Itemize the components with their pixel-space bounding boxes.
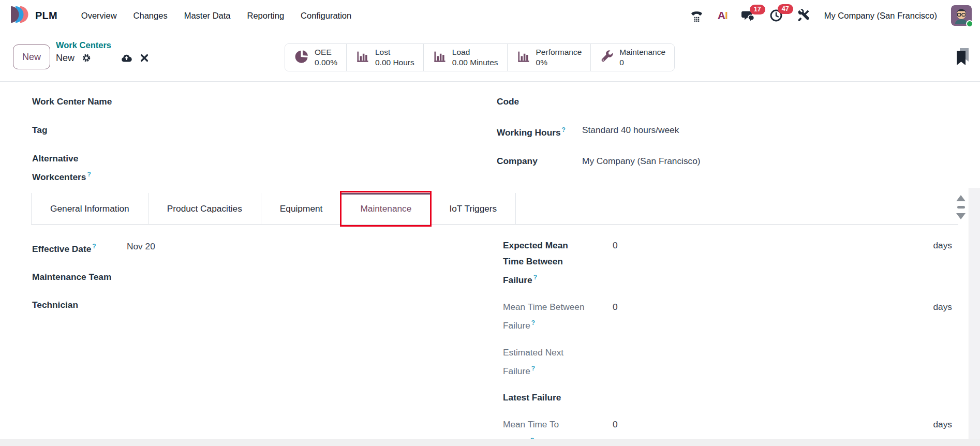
stat-value: 0.00 Hours — [375, 57, 414, 68]
field-work-center-name: Work Center Name — [32, 94, 368, 110]
nav-item-reporting[interactable]: Reporting — [247, 11, 285, 21]
stat-label: Load — [452, 47, 498, 57]
tab-equipment[interactable]: Equipment — [261, 193, 342, 224]
tab-maintenance[interactable]: Maintenance — [341, 193, 430, 224]
nav-item-master-data[interactable]: Master Data — [184, 11, 231, 21]
help-icon[interactable]: ? — [531, 365, 535, 372]
field-estimated-next-failure: Estimated Next Failure? — [503, 345, 952, 379]
field-label: Mean Time Between Failure? — [503, 299, 613, 334]
tab-product-capacities[interactable]: Product Capacities — [149, 193, 261, 224]
notebook-tabbar: General Information Product Capacities E… — [31, 193, 958, 225]
activities-clock-icon[interactable]: 47 — [769, 9, 783, 22]
maintenance-right-column: Expected Mean Time Between Failure? 0 da… — [503, 237, 952, 446]
tab-general-information[interactable]: General Information — [31, 193, 149, 224]
field-label: Technician — [32, 297, 127, 313]
voip-phone-icon[interactable] — [690, 9, 704, 22]
help-icon[interactable]: ? — [562, 126, 566, 133]
user-avatar[interactable] — [951, 5, 972, 26]
debug-tools-icon[interactable] — [797, 9, 810, 22]
save-cloud-icon[interactable] — [120, 52, 133, 64]
bar-chart-icon — [433, 49, 447, 66]
control-panel: New Work Centers New — [0, 31, 980, 82]
help-icon[interactable]: ? — [531, 319, 535, 326]
stat-value: 0.00% — [315, 57, 337, 68]
field-working-hours: Working Hours? Standard 40 hours/week — [497, 122, 952, 141]
help-icon[interactable]: ? — [87, 171, 91, 178]
mttr-value: 0 — [613, 417, 633, 433]
activities-count-badge: 47 — [778, 4, 793, 14]
unit-label: days — [933, 299, 952, 315]
wrench-icon — [600, 49, 614, 66]
stat-button-load[interactable]: Load 0.00 Minutes — [424, 44, 508, 71]
effective-date-input[interactable]: Nov 20 — [127, 239, 155, 255]
stat-button-maintenance[interactable]: Maintenance 0 — [591, 44, 674, 71]
nav-item-overview[interactable]: Overview — [81, 11, 117, 21]
field-company: Company My Company (San Francisco) — [497, 153, 952, 169]
field-label: Alternative Workcenters? — [32, 151, 121, 185]
messages-icon[interactable]: 17 — [741, 9, 755, 22]
plm-work-center-form-page: PLM Overview Changes Master Data Reporti… — [0, 0, 980, 446]
breadcrumb: Work Centers New — [56, 40, 149, 64]
field-effective-date: Effective Date? Nov 20 — [32, 239, 368, 257]
discard-x-icon[interactable] — [140, 54, 149, 62]
stat-button-group: OEE 0.00% Lost 0.00 Hours — [285, 43, 675, 71]
scroll-down-arrow-icon[interactable] — [956, 213, 966, 219]
nav-item-configuration[interactable]: Configuration — [301, 11, 351, 21]
stat-value: 0% — [536, 57, 582, 68]
help-icon[interactable]: ? — [92, 243, 96, 250]
field-latest-failure: Latest Failure — [503, 390, 952, 406]
stat-button-lost[interactable]: Lost 0.00 Hours — [347, 44, 424, 71]
unit-label: days — [933, 237, 952, 254]
field-code: Code — [497, 94, 952, 110]
online-status-dot — [966, 20, 973, 27]
help-icon[interactable]: ? — [533, 274, 537, 281]
stat-label: Lost — [375, 47, 414, 57]
scroll-up-arrow-icon[interactable] — [956, 195, 966, 201]
field-alternative-workcenters: Alternative Workcenters? — [32, 151, 368, 185]
odoo-logo-icon — [9, 5, 30, 26]
bar-chart-icon — [355, 49, 370, 66]
form-sheet: Work Center Name Tag Alternative Workcen… — [0, 82, 980, 439]
field-label: Latest Failure — [503, 390, 613, 406]
breadcrumb-current-record: New — [56, 53, 75, 64]
field-label: Estimated Next Failure? — [503, 345, 613, 379]
gear-actions-icon[interactable] — [82, 53, 91, 63]
app-menu-toggle[interactable]: PLM — [9, 5, 57, 26]
company-input[interactable]: My Company (San Francisco) — [582, 153, 701, 169]
nav-item-changes[interactable]: Changes — [133, 11, 168, 21]
field-maintenance-team: Maintenance Team — [32, 269, 368, 285]
field-tag: Tag — [32, 122, 368, 138]
field-label: Working Hours? — [497, 122, 582, 141]
maintenance-left-column: Effective Date? Nov 20 Maintenance Team … — [32, 239, 368, 325]
new-record-button[interactable]: New — [13, 44, 50, 69]
field-label: Tag — [32, 122, 121, 138]
bar-chart-icon — [516, 49, 531, 66]
form-left-column: Work Center Name Tag Alternative Workcen… — [32, 94, 368, 198]
field-label: Expected Mean Time Between Failure? — [503, 237, 613, 288]
stat-button-performance[interactable]: Performance 0% — [508, 44, 591, 71]
bookmark-favorite-icon[interactable] — [955, 48, 971, 68]
stat-label: Maintenance — [619, 47, 665, 57]
form-right-column: Code Working Hours? Standard 40 hours/we… — [497, 94, 952, 182]
field-mtbf: Mean Time Between Failure? 0 days — [503, 299, 952, 334]
field-technician: Technician — [32, 297, 368, 313]
stat-button-oee[interactable]: OEE 0.00% — [285, 44, 347, 71]
field-expected-mtbf: Expected Mean Time Between Failure? 0 da… — [503, 237, 952, 288]
working-hours-select[interactable]: Standard 40 hours/week — [582, 122, 679, 138]
field-label: Effective Date? — [32, 239, 127, 257]
stat-label: OEE — [315, 47, 337, 57]
stat-label: Performance — [536, 47, 582, 57]
field-label: Work Center Name — [32, 94, 121, 110]
scrollbar-thumb[interactable] — [957, 206, 965, 209]
expected-mtbf-input[interactable]: 0 — [613, 237, 633, 254]
breadcrumb-work-centers-link[interactable]: Work Centers — [56, 40, 149, 50]
stat-value: 0 — [619, 57, 665, 68]
mtbf-value: 0 — [613, 299, 633, 315]
ai-assistant-icon[interactable]: AI — [718, 9, 727, 22]
company-switcher[interactable]: My Company (San Francisco) — [824, 11, 937, 21]
notebook-scroll-widget — [956, 195, 966, 219]
right-scrollbar-track[interactable] — [969, 188, 980, 439]
field-label: Code — [497, 94, 582, 110]
tab-iot-triggers[interactable]: IoT Triggers — [430, 193, 516, 224]
stat-value: 0.00 Minutes — [452, 57, 498, 68]
